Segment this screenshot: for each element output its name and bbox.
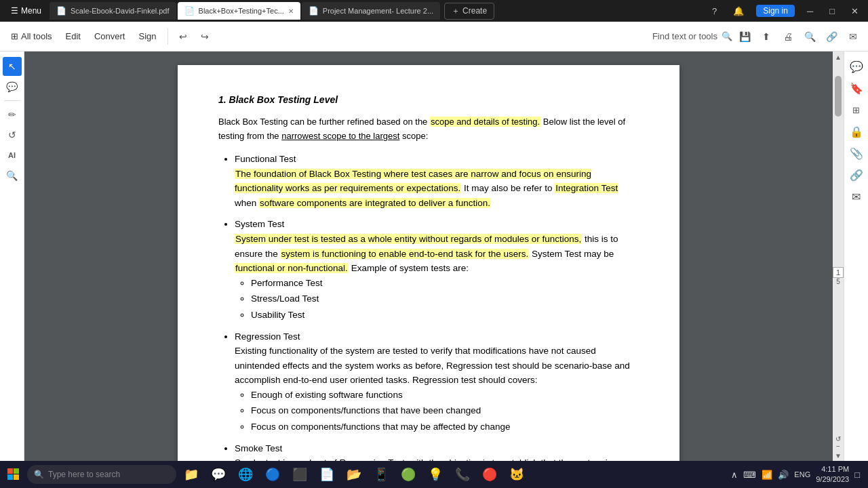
scroll-down-button[interactable]: ▼ — [833, 450, 844, 461]
comment-tool[interactable]: 💬 — [3, 77, 22, 96]
tray-volume[interactable]: 🔊 — [778, 470, 789, 480]
help-icon[interactable]: ? — [708, 5, 721, 18]
taskbar-chrome[interactable]: 🔵 — [260, 462, 285, 487]
taskbar-app9[interactable]: 💡 — [423, 462, 448, 487]
main-bullet-list: Functional Test The foundation of Black … — [218, 152, 639, 461]
taskbar-clock[interactable]: 4:11 PM 9/29/2023 — [816, 464, 849, 485]
tray-keyboard[interactable]: ⌨ — [743, 470, 756, 480]
stamp-tool[interactable]: ↺ — [3, 125, 22, 144]
tray-language[interactable]: ENG — [794, 470, 810, 479]
redo-button[interactable]: ↪ — [195, 27, 214, 46]
usability-test-item: Usability Test — [251, 308, 639, 323]
scroll-thumb[interactable] — [835, 76, 842, 117]
highlight-tool[interactable]: ✏ — [3, 105, 22, 124]
tab-2-icon: 📄 — [184, 6, 195, 16]
taskbar-app11[interactable]: 🔴 — [477, 462, 502, 487]
close-button[interactable]: ✕ — [847, 5, 863, 18]
current-page-box[interactable]: 1 — [833, 267, 844, 278]
search-sidebar-tool[interactable]: 🔍 — [3, 166, 22, 185]
functional-test-body: The foundation of Black Box Testing wher… — [235, 167, 639, 211]
taskbar-app7[interactable]: 📱 — [369, 462, 393, 487]
find-tools-area[interactable]: Find text or tools 🔍 — [652, 31, 732, 41]
taskbar-file-explorer[interactable]: 📁 — [179, 462, 203, 487]
print-icon[interactable]: 🖨 — [778, 27, 797, 46]
all-tools-button[interactable]: ⊞ All tools — [5, 28, 58, 44]
link-icon[interactable]: 🔗 — [822, 27, 841, 46]
tray-wifi[interactable]: 📶 — [762, 470, 772, 480]
main-layout: ↖ 💬 ✏ ↺ AI 🔍 1. Black Box Testing Level … — [0, 52, 868, 461]
pages-panel-button[interactable]: ⊞ — [847, 100, 866, 119]
attach-panel-button[interactable]: 📎 — [847, 144, 866, 163]
svg-rect-3 — [14, 474, 19, 480]
smoke-test-item: Smoke Test Smoke test is a subset of Reg… — [235, 441, 639, 461]
taskbar-folder2[interactable]: 📂 — [342, 462, 366, 487]
tab-2[interactable]: 📄 Black+Box+Testing+Tec... ✕ — [178, 2, 300, 20]
windows-logo — [7, 468, 20, 481]
smoke-test-title: Smoke Test — [235, 441, 639, 456]
zoom-icon[interactable]: 🔍 — [800, 27, 819, 46]
sidebar-divider-1 — [4, 100, 20, 101]
comment-panel-button[interactable]: 💬 — [847, 57, 866, 76]
tab-3[interactable]: 📄 Project Management- Lecture 2... — [302, 2, 440, 20]
start-button[interactable] — [3, 464, 24, 485]
undo-button[interactable]: ↩ — [174, 27, 193, 46]
pdf-container[interactable]: 1. Black Box Testing Level Black Box Tes… — [24, 52, 833, 461]
taskbar-terminal[interactable]: ⬛ — [288, 462, 312, 487]
taskbar-edge[interactable]: 🌐 — [233, 462, 258, 487]
tab-3-icon: 📄 — [309, 6, 319, 16]
title-bar: ☰ Menu 📄 Scale-Ebook-David-Finkel.pdf 📄 … — [0, 0, 868, 22]
search-icon: 🔍 — [722, 31, 732, 41]
section-heading: Black Box Testing Level — [229, 94, 338, 105]
save-icon[interactable]: 💾 — [735, 27, 754, 46]
taskbar-apps: 📁 💬 🌐 🔵 ⬛ 📄 📂 📱 🟢 💡 📞 🔴 🐱 — [179, 462, 728, 487]
protect-panel-button[interactable]: 🔒 — [847, 122, 866, 141]
total-pages: 5 — [833, 278, 844, 285]
system-test-item: System Test System under test is tested … — [235, 217, 639, 322]
bookmark-panel-button[interactable]: 🔖 — [847, 79, 866, 98]
minimize-button[interactable]: ─ — [803, 5, 817, 18]
zoom-out-button[interactable]: − — [836, 443, 840, 450]
share-icon[interactable]: ⬆ — [757, 27, 776, 46]
smoke-test-body: Smoke test is a subset of Regression Tes… — [235, 455, 639, 461]
search-taskbar-icon: 🔍 — [34, 470, 44, 479]
maximize-button[interactable]: □ — [825, 5, 839, 18]
tray-chevron[interactable]: ∧ — [731, 470, 738, 480]
ai-tool[interactable]: AI — [3, 146, 22, 165]
convert-button[interactable]: Convert — [89, 28, 131, 44]
taskbar-app10[interactable]: 📞 — [450, 462, 475, 487]
intro-paragraph: Black Box Testing can be further refined… — [218, 115, 639, 144]
menu-button[interactable]: ☰ Menu — [5, 5, 47, 17]
taskbar-chat[interactable]: 💬 — [206, 462, 231, 487]
performance-test-item: Performance Test — [251, 276, 639, 291]
vertical-scrollbar[interactable]: ▲ 1 5 ↺ − ▼ — [833, 52, 844, 461]
taskbar-search[interactable]: 🔍 Type here to search — [27, 465, 176, 484]
tray-notification[interactable]: □ — [854, 470, 860, 480]
content-area: 1. Black Box Testing Level Black Box Tes… — [24, 52, 844, 461]
taskbar-acrobat[interactable]: 📄 — [315, 462, 339, 487]
sign-in-button[interactable]: Sign in — [756, 5, 795, 17]
section-number: 1. — [218, 94, 226, 105]
taskbar-app12[interactable]: 🐱 — [505, 462, 529, 487]
regression-sub-2: Focus on components/functions that have … — [251, 403, 639, 418]
grid-icon: ⊞ — [11, 31, 18, 41]
regression-test-body: Existing functionality of the system are… — [235, 344, 639, 388]
tab-2-close[interactable]: ✕ — [288, 7, 294, 15]
tab-1-icon: 📄 — [56, 6, 66, 16]
scroll-up-button[interactable]: ▲ — [833, 52, 844, 62]
sign-button[interactable]: Sign — [133, 28, 161, 44]
link-panel-button[interactable]: 🔗 — [847, 165, 866, 184]
scroll-refresh-button[interactable]: ↺ — [835, 435, 841, 443]
tab-bar: 📄 Scale-Ebook-David-Finkel.pdf 📄 Black+B… — [50, 2, 705, 20]
select-tool[interactable]: ↖ — [3, 57, 22, 76]
bell-icon[interactable]: 🔔 — [729, 5, 748, 18]
system-test-body: System under test is tested as a whole e… — [235, 232, 639, 276]
create-button[interactable]: ＋ Create — [444, 3, 494, 20]
clock-date: 9/29/2023 — [816, 474, 849, 485]
section-title: 1. Black Box Testing Level — [218, 92, 639, 107]
email-panel-button[interactable]: ✉ — [847, 187, 866, 206]
edit-button[interactable]: Edit — [60, 28, 86, 44]
taskbar-app8[interactable]: 🟢 — [396, 462, 420, 487]
page-number-display: 1 5 — [831, 266, 844, 287]
tab-1[interactable]: 📄 Scale-Ebook-David-Finkel.pdf — [50, 2, 176, 20]
email-icon[interactable]: ✉ — [844, 27, 863, 46]
